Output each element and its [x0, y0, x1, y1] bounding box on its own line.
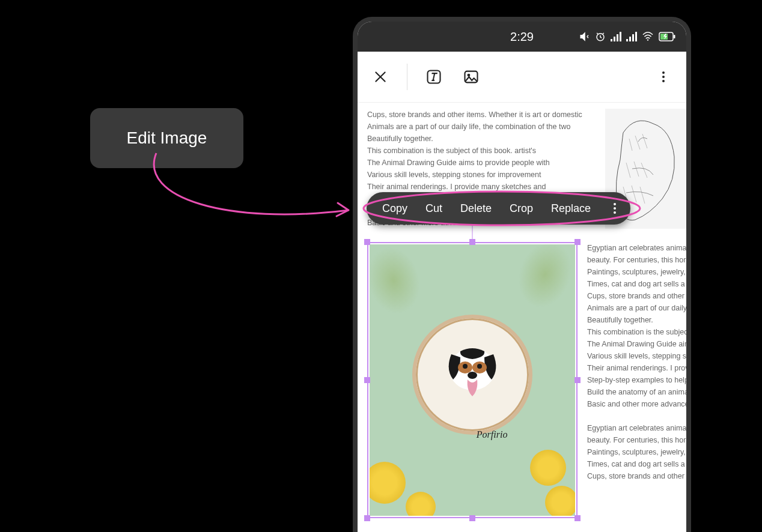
- document-text-line: Cups, store brands and other it: [587, 290, 686, 302]
- document-text-line: beauty. For centuries, this hors: [587, 254, 686, 266]
- image-context-menu: Copy Cut Delete Crop Replace: [367, 192, 630, 225]
- document-text-line: Animals are a part of our daily life, th…: [367, 121, 596, 133]
- overflow-button[interactable]: [649, 62, 678, 91]
- document-text-line: Beautifully together.: [367, 133, 596, 145]
- document-body[interactable]: Cups, store brands and other items. Whet…: [358, 103, 686, 532]
- document-text-line: Egyptian art celebrates animal: [587, 422, 686, 434]
- svg-point-23: [463, 364, 468, 369]
- more-vert-icon: [656, 70, 671, 84]
- context-cut[interactable]: Cut: [425, 202, 442, 215]
- document-text-line: Animals are a part of our daily l: [587, 302, 686, 314]
- svg-rect-4: [620, 32, 621, 41]
- svg-rect-7: [632, 34, 634, 41]
- document-text-line: The Animal Drawing Guide aims to provide…: [367, 157, 596, 169]
- svg-rect-11: [674, 35, 675, 38]
- document-text-line: beauty. For centuries, this hors: [587, 434, 686, 446]
- wifi-icon: [642, 32, 654, 41]
- svg-point-9: [647, 39, 648, 40]
- flower-decor: [530, 450, 566, 486]
- document-text-line: Beautifully together.: [587, 314, 686, 326]
- battery-icon: [659, 32, 675, 41]
- document-text-line: Build the anatomy of an anima: [587, 386, 686, 398]
- selected-image-frame[interactable]: Porfirio: [367, 242, 578, 518]
- text-format-icon: [425, 68, 442, 85]
- svg-point-17: [662, 76, 665, 78]
- selected-image[interactable]: Porfirio: [370, 244, 575, 516]
- svg-rect-14: [465, 71, 478, 83]
- dog-illustration: [442, 342, 502, 396]
- context-copy[interactable]: Copy: [382, 202, 407, 215]
- resize-handle-tm[interactable]: [469, 239, 475, 245]
- document-text-line: Various skill levels, stepping st: [587, 350, 686, 362]
- context-more-button[interactable]: [611, 201, 618, 216]
- document-text-line: Their animal renderings. I prov: [587, 362, 686, 374]
- document-text-line: Egyptian art celebrates animal: [587, 242, 686, 254]
- greenery-decor: [370, 244, 441, 336]
- toolbar-divider: [407, 64, 407, 90]
- svg-rect-2: [614, 37, 615, 41]
- context-delete[interactable]: Delete: [460, 202, 492, 215]
- document-text-line: This combination is the subjec: [587, 326, 686, 338]
- signal-icon-1: [611, 32, 621, 41]
- svg-rect-3: [617, 34, 618, 41]
- svg-point-25: [468, 372, 477, 379]
- resize-handle-tl[interactable]: [364, 239, 370, 245]
- document-text-line: Times, cat and dog art sells a lo: [587, 278, 686, 290]
- embroidery-hoop: [412, 315, 532, 435]
- document-text-line: Cups, store brands and other items. Whet…: [367, 109, 596, 121]
- resize-handle-bl[interactable]: [364, 515, 370, 521]
- mute-icon: [579, 31, 590, 42]
- svg-point-18: [662, 80, 665, 82]
- flower-decor: [545, 486, 575, 516]
- text-format-button[interactable]: [419, 62, 448, 91]
- resize-handle-tr[interactable]: [575, 239, 581, 245]
- document-text-line: Times, cat and dog art sells a lo: [587, 458, 686, 470]
- document-text-line: Step-by-step examples to help: [587, 374, 686, 386]
- document-text-line: Various skill levels, stepping stones fo…: [367, 169, 596, 181]
- svg-rect-8: [635, 32, 637, 41]
- svg-point-15: [468, 74, 470, 76]
- flower-decor: [406, 492, 436, 516]
- svg-rect-1: [611, 39, 612, 41]
- svg-rect-5: [626, 39, 628, 41]
- edit-image-annotation-text: Edit Image: [127, 128, 207, 148]
- image-icon: [463, 68, 480, 85]
- document-text-line: This combination is the subject of this …: [367, 145, 596, 157]
- svg-point-24: [477, 364, 482, 369]
- insert-image-button[interactable]: [457, 62, 486, 91]
- resize-handle-bm[interactable]: [469, 515, 475, 521]
- document-text-line: Cups, store brands and other it: [587, 470, 686, 482]
- edit-image-annotation: Edit Image: [90, 108, 243, 168]
- resize-handle-mr[interactable]: [575, 377, 581, 383]
- status-icons: [573, 31, 675, 42]
- document-text-line: Their animal renderings. I provide many …: [367, 181, 596, 193]
- greenery-decor: [495, 244, 575, 332]
- close-button[interactable]: [366, 62, 395, 91]
- close-icon: [373, 69, 388, 85]
- signal-icon-2: [626, 32, 637, 41]
- svg-point-16: [662, 71, 665, 74]
- resize-handle-br[interactable]: [575, 515, 581, 521]
- resize-handle-ml[interactable]: [364, 377, 370, 383]
- editor-toolbar: [358, 52, 686, 103]
- phone-frame: 2:29 Cups: [358, 22, 686, 532]
- document-text-line: Basic and other more advanced: [587, 398, 686, 410]
- flower-decor: [370, 462, 406, 504]
- context-replace[interactable]: Replace: [551, 202, 591, 215]
- svg-rect-6: [629, 37, 631, 41]
- image-caption: Porfirio: [477, 429, 508, 441]
- alarm-icon: [595, 31, 606, 42]
- document-text-right[interactable]: Egyptian art celebrates animalbeauty. Fo…: [587, 242, 686, 518]
- status-bar: 2:29: [358, 22, 686, 52]
- context-crop[interactable]: Crop: [510, 202, 533, 215]
- document-text-line: Paintings, sculptures, jewelry, a: [587, 266, 686, 278]
- status-time: 2:29: [471, 30, 573, 44]
- document-text-line: Paintings, sculptures, jewelry, a: [587, 446, 686, 458]
- document-text-line: The Animal Drawing Guide aims: [587, 338, 686, 350]
